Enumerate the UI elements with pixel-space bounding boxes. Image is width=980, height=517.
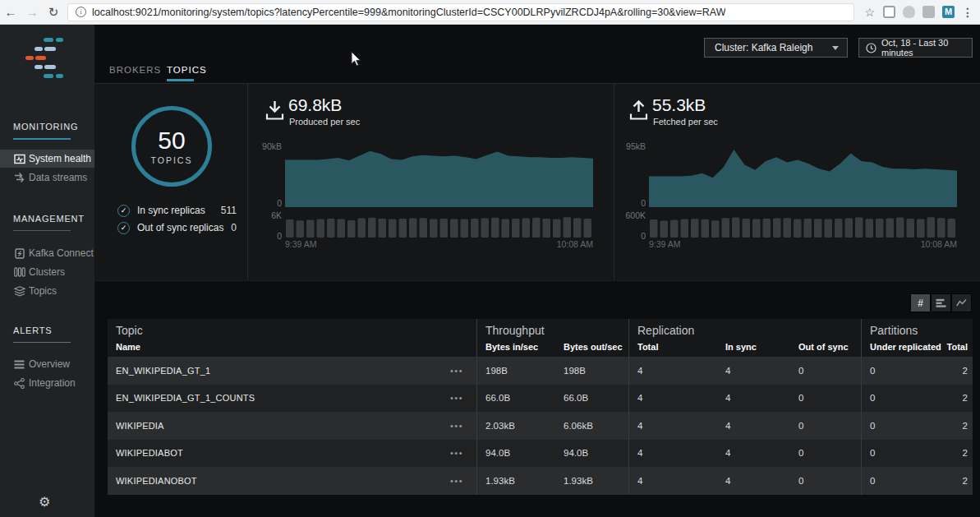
- cell-out-of-sync: 0: [790, 357, 861, 385]
- group-partitions: Partitions: [861, 319, 973, 337]
- row-menu-icon[interactable]: •••: [450, 393, 476, 403]
- group-replication: Replication: [628, 319, 861, 337]
- bookmark-star-icon[interactable]: ☆: [864, 6, 875, 19]
- topic-name-cell[interactable]: WIKIPEDIANOBOT•••: [108, 467, 476, 495]
- row-menu-icon[interactable]: •••: [450, 421, 476, 431]
- cell-bytes-in: 66.0B: [476, 385, 555, 413]
- logo-dash: [56, 38, 63, 42]
- produced-rate-label: Produced per sec: [289, 117, 360, 127]
- extension-icon-m[interactable]: M: [942, 6, 955, 18]
- cell-under-replicated: 0: [861, 357, 943, 385]
- back-icon[interactable]: ←: [0, 5, 21, 19]
- table-row[interactable]: WIKIPEDIABOT•••94.0B94.0B44002: [108, 440, 973, 468]
- sidebar-item-label: Integration: [29, 377, 76, 389]
- cell-bytes-in: 1.93kB: [476, 467, 555, 495]
- cell-bytes-out: 66.0B: [555, 385, 628, 413]
- legend-value: 0: [231, 222, 237, 233]
- col-out-of-sync: Out of sync: [790, 337, 861, 357]
- time-range-button[interactable]: Oct, 18 - Last 30 minutes: [858, 38, 973, 58]
- cluster-selector[interactable]: Cluster: Kafka Raleigh: [704, 38, 848, 58]
- clusters-icon: [13, 267, 25, 277]
- table-row[interactable]: EN_WIKIPEDIA_GT_1•••198B198B44002: [108, 357, 973, 385]
- kafka-connect-icon: [13, 248, 25, 259]
- x-axis-end: 10:08 AM: [921, 239, 957, 249]
- table-row[interactable]: WIKIPEDIA•••2.03kB6.06kB44002: [108, 412, 973, 440]
- sidebar-item-data-streams[interactable]: Data streams: [0, 168, 94, 187]
- refresh-icon[interactable]: ↻: [43, 5, 64, 20]
- clock-icon: [866, 43, 876, 53]
- y-axis-min-label: 0: [259, 198, 282, 208]
- cluster-selector-label: Cluster: Kafka Raleigh: [715, 42, 812, 53]
- checkbox-checked-icon[interactable]: ✓: [117, 205, 130, 217]
- bar-axis-min-label: 0: [623, 231, 646, 241]
- cell-out-of-sync: 0: [790, 385, 861, 413]
- table-row[interactable]: WIKIPEDIANOBOT•••1.93kB1.93kB44002: [108, 467, 973, 495]
- table-sub-header: Name Bytes in/sec Bytes out/sec Total In…: [108, 337, 973, 357]
- fetched-area-chart: [649, 141, 957, 207]
- sidebar-item-kafka-connect[interactable]: Kafka Connect: [0, 244, 94, 262]
- y-axis-max-label: 90kB: [259, 141, 282, 151]
- topics-unit-label: TOPICS: [151, 155, 193, 165]
- view-toggle-bars-icon[interactable]: [931, 293, 951, 312]
- tab-topics[interactable]: TOPICS: [167, 63, 207, 77]
- fetched-bar-chart: [649, 215, 957, 238]
- topic-name-cell[interactable]: WIKIPEDIA•••: [108, 412, 476, 440]
- extension-icon-1[interactable]: [883, 6, 895, 18]
- sidebar-item-system-health[interactable]: System health: [0, 150, 94, 168]
- table-row[interactable]: EN_WIKIPEDIA_GT_1_COUNTS•••66.0B66.0B440…: [108, 385, 973, 413]
- logo-dash: [44, 38, 53, 42]
- row-menu-icon[interactable]: •••: [450, 366, 476, 376]
- page-info-icon[interactable]: i: [76, 7, 86, 17]
- extension-icon-2[interactable]: [903, 6, 915, 18]
- x-axis-end: 10:08 AM: [557, 239, 593, 249]
- produced-area-chart: [285, 141, 593, 207]
- col-bytes-out: Bytes out/sec: [555, 337, 628, 357]
- cell-bytes-in: 2.03kB: [476, 412, 555, 440]
- overview-icon: [13, 360, 25, 369]
- col-under-replicated: Under replicated: [861, 337, 943, 357]
- topic-name-cell[interactable]: EN_WIKIPEDIA_GT_1•••: [108, 357, 476, 385]
- address-bar[interactable]: i localhost:9021/monitoring/system/topic…: [67, 3, 854, 21]
- sidebar-item-label: Clusters: [29, 266, 65, 278]
- tab-active-underline: [167, 79, 194, 81]
- produced-chart-card: 69.8kB Produced per sec 90kB 0 6K 0 9:39…: [259, 95, 612, 256]
- tab-brokers[interactable]: BROKERS: [109, 63, 161, 77]
- view-toggle-sparkline-icon[interactable]: [951, 293, 972, 312]
- extension-icon-3[interactable]: [922, 6, 935, 18]
- y-axis-min-label: 0: [623, 198, 646, 208]
- table-group-header: Topic Throughput Replication Partitions: [108, 319, 973, 337]
- topics-count-ring: 50 TOPICS: [131, 106, 212, 187]
- chevron-down-icon: [832, 46, 839, 50]
- section-rule: [13, 138, 71, 140]
- browser-menu-icon[interactable]: ⋮: [962, 6, 973, 19]
- bar-axis-max-label: 600K: [623, 210, 646, 220]
- logo-dash: [25, 56, 34, 60]
- topics-table: Topic Throughput Replication Partitions …: [108, 319, 973, 495]
- view-toggle-values[interactable]: #: [910, 293, 931, 312]
- sidebar-item-topics[interactable]: Topics: [0, 282, 94, 300]
- cell-bytes-out: 94.0B: [555, 440, 628, 468]
- checkbox-checked-icon[interactable]: ✓: [117, 222, 130, 234]
- legend-in-sync-replicas: ✓ In sync replicas 511: [117, 204, 237, 217]
- topic-name: EN_WIKIPEDIA_GT_1: [116, 366, 210, 376]
- row-menu-icon[interactable]: •••: [450, 476, 476, 486]
- sidebar-item-clusters[interactable]: Clusters: [0, 263, 94, 281]
- cell-bytes-in: 94.0B: [476, 440, 555, 468]
- url-text[interactable]: localhost:9021/monitoring/system/topics?…: [92, 7, 725, 18]
- row-menu-icon[interactable]: •••: [450, 448, 476, 458]
- sidebar-item-label: System health: [29, 153, 91, 164]
- topic-name-cell[interactable]: WIKIPEDIABOT•••: [108, 440, 476, 468]
- cell-under-replicated: 0: [861, 412, 943, 440]
- legend-label: Out of sync replicas: [137, 222, 223, 233]
- sidebar-item-overview[interactable]: Overview: [0, 355, 94, 373]
- cell-repl-total: 4: [628, 412, 717, 440]
- fetched-rate-label: Fetched per sec: [653, 117, 718, 127]
- col-part-total: Total: [943, 337, 973, 357]
- forward-icon[interactable]: →: [21, 5, 43, 19]
- topic-name-cell[interactable]: EN_WIKIPEDIA_GT_1_COUNTS•••: [108, 385, 476, 413]
- topic-name: EN_WIKIPEDIA_GT_1_COUNTS: [116, 393, 255, 403]
- produced-rate-value: 69.8kB: [288, 95, 342, 115]
- cell-under-replicated: 0: [861, 440, 943, 468]
- settings-gear-icon[interactable]: ⚙: [39, 494, 50, 510]
- sidebar-item-integration[interactable]: Integration: [0, 374, 94, 392]
